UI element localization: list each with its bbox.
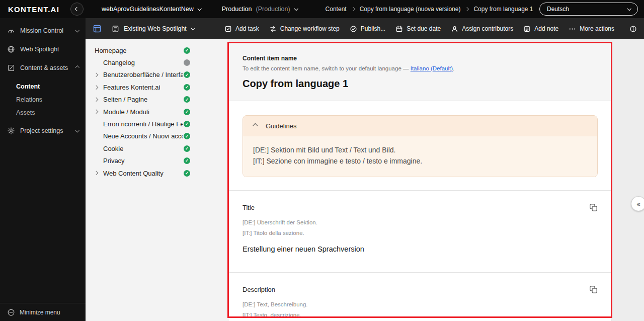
guidelines-line: [DE:] Sektion mit Bild und Text / Text u…	[253, 144, 587, 155]
minimize-menu-label: Minimize menu	[20, 309, 60, 316]
chevron-left-icon	[75, 7, 79, 11]
more-actions-button[interactable]: More actions	[569, 25, 614, 33]
sidebar-item-mission-control[interactable]: Mission Control	[0, 21, 86, 40]
environment-switcher[interactable]: Production (Production)	[222, 6, 297, 13]
content-item-card: Content item name To edit the content it…	[229, 43, 611, 321]
guidelines-body: [DE:] Sektion mit Bild und Text / Text u…	[243, 136, 597, 177]
globe-icon	[7, 45, 15, 53]
back-button[interactable]	[70, 3, 84, 16]
chevron-up-icon	[75, 65, 79, 69]
task-checkbox-icon	[224, 25, 232, 33]
tree-item-web-content-quality[interactable]: Web Content Quality	[86, 167, 229, 179]
status-published-icon	[184, 96, 190, 103]
sidebar-item-label: Web Spotlight	[20, 46, 59, 53]
content-item-title[interactable]: Copy from language 1	[243, 78, 598, 90]
assign-contributors-label: Assign contributors	[462, 25, 513, 32]
change-workflow-step-button[interactable]: Change workflow step	[269, 25, 340, 33]
chevron-down-icon	[197, 7, 201, 11]
editor-view-icon[interactable]	[92, 23, 103, 34]
workflow-arrows-icon	[269, 25, 277, 33]
note-icon	[523, 25, 531, 33]
translate-icon[interactable]	[589, 285, 598, 294]
editor-area: Content item name To edit the content it…	[229, 39, 644, 321]
publish-check-icon	[350, 25, 357, 33]
chevron-down-icon	[191, 26, 195, 30]
guidelines-panel: Guidelines [DE:] Sektion mit Bild und Te…	[243, 115, 598, 177]
status-published-icon	[184, 71, 190, 78]
chevron-right-icon[interactable]	[94, 73, 98, 77]
sidebar-subitem-relations[interactable]: Relations	[0, 93, 86, 106]
add-note-button[interactable]: Add note	[523, 25, 558, 33]
kontent-logo: KONTENT.AI	[8, 5, 59, 14]
sidebar-subitem-assets[interactable]: Assets	[0, 106, 86, 119]
sidebar-item-label: Project settings	[20, 127, 63, 134]
chevron-right-icon[interactable]	[94, 85, 98, 89]
add-task-button[interactable]: Add task	[224, 25, 259, 33]
sidebar-item-label: Content & assets	[20, 64, 68, 71]
breadcrumb-item[interactable]: Copy from language (nuova versione)	[360, 6, 461, 13]
environment-note: (Production)	[256, 6, 290, 13]
chevron-down-icon	[627, 7, 631, 11]
status-draft-icon	[184, 59, 190, 66]
translate-icon[interactable]	[589, 203, 598, 212]
gear-icon	[7, 127, 15, 135]
sidebar-subitem-content[interactable]: Content	[0, 80, 86, 93]
tree-item-changelog[interactable]: Changelog	[86, 56, 229, 68]
minimize-icon	[7, 308, 15, 316]
sidebar-item-project-settings[interactable]: Project settings	[0, 121, 86, 140]
minimize-menu-button[interactable]: Minimize menu	[0, 303, 86, 321]
chevron-right-icon[interactable]	[94, 171, 98, 175]
content-type-label: Existing Web Spotlight	[124, 25, 187, 32]
sidebar-item-web-spotlight[interactable]: Web Spotlight	[0, 40, 86, 58]
field-label: Title	[243, 204, 255, 211]
tree-item-benutzeroberflaeche[interactable]: Benutzeroberfläche / Interfac...	[86, 69, 229, 81]
element-description-field: Description [DE:] Text, Beschreibung. [I…	[229, 273, 611, 321]
tree-item-module-moduli[interactable]: Module / Moduli	[86, 106, 229, 118]
tree-item-errori-ricorrenti[interactable]: Errori ricorrenti / Häufige Fehler	[86, 118, 229, 130]
content-tree: Homepage Changelog Benutzeroberfläche / …	[86, 39, 229, 321]
content-item-header: Content item name To edit the content it…	[229, 43, 611, 101]
tree-item-features-kontent[interactable]: Features Kontent.ai	[86, 81, 229, 93]
collapse-panel-button[interactable]: «	[631, 196, 644, 211]
content-item-name-label: Content item name	[243, 55, 598, 62]
tree-item-homepage[interactable]: Homepage	[86, 44, 229, 56]
field-guidelines: [DE:] Text, Beschreibung. [IT:] Testo, d…	[243, 299, 598, 320]
guidelines-header[interactable]: Guidelines	[243, 116, 597, 136]
project-switcher[interactable]: webAprovGuidelinesKontentNew	[102, 6, 201, 13]
tree-item-privacy[interactable]: Privacy	[86, 155, 229, 167]
info-icon[interactable]	[629, 25, 637, 33]
chevron-right-icon[interactable]	[94, 98, 98, 102]
chevron-down-icon	[75, 28, 79, 32]
name-note-period: .	[453, 65, 454, 71]
default-language-link[interactable]: Italiano (Default)	[411, 65, 453, 71]
field-guideline-line: [IT:] Titolo della sezione.	[243, 228, 598, 238]
content-type-icon	[112, 25, 119, 33]
calendar-icon	[395, 25, 403, 33]
person-icon	[451, 25, 458, 33]
chevron-right-icon[interactable]	[94, 110, 98, 114]
tree-item-neue-accounts[interactable]: Neue Accounts / Nuovi account	[86, 130, 229, 142]
breadcrumb-item[interactable]: Content	[326, 6, 347, 13]
guidelines-line: [IT:] Sezione con immagine e testo / tes…	[253, 155, 587, 167]
top-bar: KONTENT.AI webAprovGuidelinesKontentNew …	[0, 0, 644, 18]
guidelines-title: Guidelines	[266, 122, 296, 130]
breadcrumb-item[interactable]: Copy from language 1	[473, 6, 533, 13]
sidebar-item-content-assets[interactable]: Content & assets	[0, 58, 86, 77]
add-task-label: Add task	[235, 25, 259, 32]
publish-button[interactable]: Publish...	[350, 25, 385, 33]
title-input[interactable]: Erstellung einer neuen Sprachversion	[243, 245, 598, 272]
publish-label: Publish...	[361, 25, 385, 32]
content-item-name-note: To edit the content item name, switch to…	[243, 65, 598, 71]
status-published-icon	[184, 133, 190, 139]
chevron-down-icon	[75, 128, 79, 132]
name-note-text: To edit the content item name, switch to…	[243, 65, 411, 71]
field-guidelines: [DE:] Überschrift der Sektion. [IT:] Tit…	[243, 217, 598, 238]
chevron-down-icon	[294, 7, 298, 11]
set-due-date-button[interactable]: Set due date	[395, 25, 441, 33]
assign-contributors-button[interactable]: Assign contributors	[451, 25, 513, 33]
language-selector[interactable]: Deutsch	[539, 3, 638, 16]
tree-item-cookie[interactable]: Cookie	[86, 142, 229, 154]
content-type-selector[interactable]: Existing Web Spotlight	[112, 25, 194, 33]
tree-item-seiten-pagine[interactable]: Seiten / Pagine	[86, 94, 229, 106]
ellipsis-icon	[569, 25, 576, 33]
